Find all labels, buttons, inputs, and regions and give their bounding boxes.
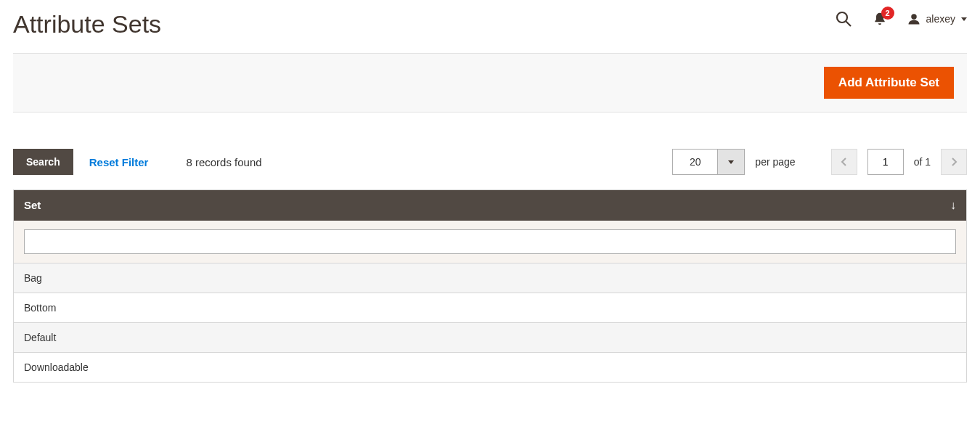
grid-controls: Search Reset Filter 8 records found 20 p…	[13, 149, 967, 175]
current-page-input[interactable]	[867, 149, 904, 175]
notification-badge: 2	[881, 7, 894, 20]
table-row[interactable]: Downloadable	[14, 353, 967, 383]
set-cell: Bottom	[14, 293, 967, 323]
user-menu[interactable]: alexey	[907, 12, 967, 25]
per-page-label: per page	[755, 156, 795, 168]
svg-point-0	[837, 12, 847, 23]
add-attribute-set-button[interactable]: Add Attribute Set	[824, 67, 954, 99]
search-icon[interactable]	[835, 10, 852, 28]
set-cell: Bag	[14, 263, 967, 293]
reset-filter-link[interactable]: Reset Filter	[89, 156, 149, 168]
column-header-label: Set	[24, 199, 41, 211]
attribute-set-table: Set ↓ Bag Bottom Default Downloadable	[13, 189, 967, 383]
controls-left: Search Reset Filter 8 records found	[13, 149, 262, 175]
search-button[interactable]: Search	[13, 149, 73, 175]
controls-right: 20 per page of 1	[672, 149, 967, 175]
next-page-button[interactable]	[941, 149, 967, 175]
username-label: alexey	[926, 13, 955, 25]
set-cell: Default	[14, 323, 967, 353]
page-header: Attribute Sets 2 alexey	[13, 0, 967, 53]
sort-indicator-icon: ↓	[950, 199, 956, 212]
page-total-label: of 1	[914, 156, 931, 168]
page-title: Attribute Sets	[13, 10, 161, 38]
table-row[interactable]: Bag	[14, 263, 967, 293]
records-found-label: 8 records found	[186, 156, 261, 168]
table-row[interactable]: Bottom	[14, 293, 967, 323]
svg-point-2	[911, 14, 917, 20]
per-page-value: 20	[673, 150, 718, 174]
filter-row	[14, 221, 967, 263]
svg-line-1	[846, 22, 851, 27]
column-header-set[interactable]: Set ↓	[14, 190, 967, 221]
set-filter-input[interactable]	[24, 229, 956, 254]
per-page-select[interactable]: 20	[672, 149, 745, 175]
prev-page-button[interactable]	[831, 149, 857, 175]
table-row[interactable]: Default	[14, 323, 967, 353]
header-actions: 2 alexey	[835, 10, 967, 28]
action-bar: Add Attribute Set	[13, 53, 967, 113]
caret-down-icon	[718, 150, 744, 174]
notifications-icon[interactable]: 2	[873, 11, 887, 27]
set-cell: Downloadable	[14, 353, 967, 383]
pagination: of 1	[831, 149, 967, 175]
caret-down-icon	[961, 17, 967, 21]
